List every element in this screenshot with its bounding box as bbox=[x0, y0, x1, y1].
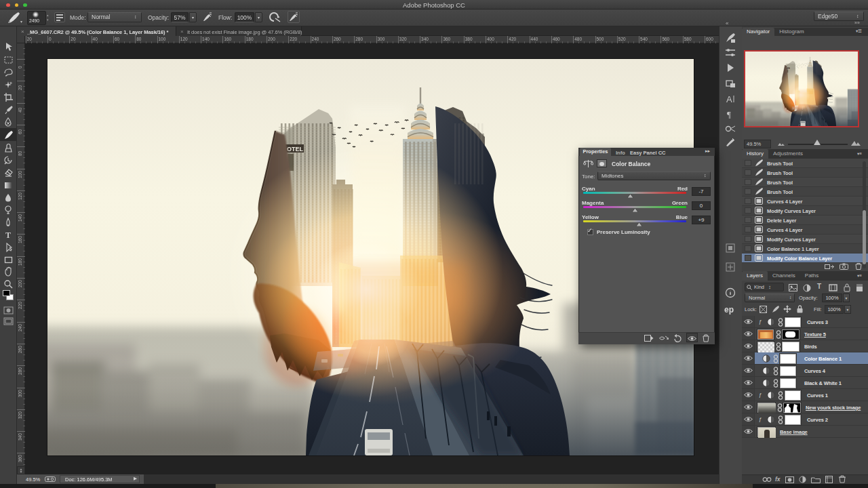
svg-text:A: A bbox=[726, 94, 732, 104]
svg-text:T: T bbox=[5, 230, 11, 240]
svg-text:¶: ¶ bbox=[727, 109, 731, 119]
